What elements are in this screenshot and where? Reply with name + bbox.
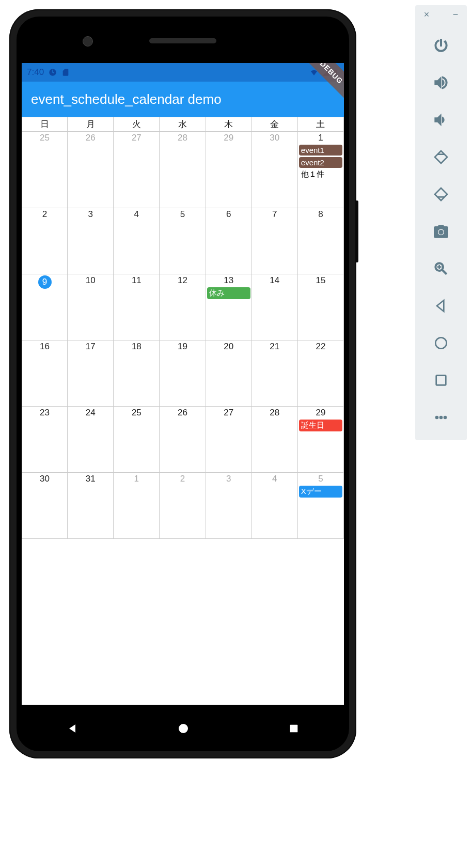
camera-dot (83, 36, 93, 47)
weekday-row: 日月火水木金土 (22, 117, 344, 132)
nav-overview-button[interactable] (288, 723, 300, 736)
day-number: 23 (22, 408, 67, 418)
day-cell[interactable]: 31 (68, 473, 114, 539)
day-number: 29 (206, 133, 251, 143)
day-number: 9 (38, 275, 52, 289)
day-number: 4 (252, 474, 297, 484)
emulator-minimize-button[interactable]: − (450, 9, 461, 20)
weekday-cell: 日 (22, 117, 68, 132)
weekday-cell: 木 (206, 117, 252, 132)
day-cell[interactable]: 23 (22, 407, 68, 473)
day-cell[interactable]: 3 (68, 208, 114, 274)
event-pill[interactable]: event1 (299, 145, 342, 156)
day-cell[interactable]: 17 (68, 340, 114, 407)
week-row: 303112345Xデー (22, 473, 344, 539)
more-events-label[interactable]: 他１件 (299, 169, 342, 179)
sd-card-icon (61, 68, 70, 76)
event-pill[interactable]: 誕生日 (299, 420, 342, 431)
day-number: 14 (252, 275, 297, 286)
day-cell[interactable]: 18 (114, 340, 160, 407)
day-cell[interactable]: 26 (160, 407, 206, 473)
rotate-right-icon[interactable] (429, 182, 453, 207)
week-row: 910111213休み1415 (22, 274, 344, 340)
day-cell[interactable]: 4 (252, 473, 298, 539)
day-cell[interactable]: 16 (22, 340, 68, 407)
day-number: 12 (160, 275, 205, 286)
day-number: 2 (160, 474, 205, 484)
day-number: 6 (206, 209, 251, 220)
day-cell[interactable]: 15 (298, 274, 344, 340)
day-cell[interactable]: 30 (22, 473, 68, 539)
day-cell[interactable]: 20 (206, 340, 252, 407)
day-cell[interactable]: 27 (206, 407, 252, 473)
day-cell[interactable]: 11 (114, 274, 160, 340)
day-number: 11 (114, 275, 159, 286)
day-cell[interactable]: 26 (68, 132, 114, 208)
day-cell[interactable]: 29 (206, 132, 252, 208)
home-icon[interactable] (429, 331, 453, 355)
volume-down-icon[interactable] (429, 107, 453, 132)
day-cell[interactable]: 6 (206, 208, 252, 274)
day-number: 21 (252, 342, 297, 352)
calendar: 日月火水木金土 2526272829301event1event2他１件2345… (22, 117, 344, 539)
day-number: 13 (206, 275, 251, 286)
week-row: 23242526272829誕生日 (22, 407, 344, 473)
event-pill[interactable]: event2 (299, 157, 342, 168)
day-cell[interactable]: 30 (252, 132, 298, 208)
svg-point-6 (179, 724, 188, 733)
back-icon[interactable] (429, 293, 453, 318)
day-number: 31 (68, 474, 113, 484)
rotate-left-icon[interactable] (429, 145, 453, 169)
day-cell[interactable]: 8 (298, 208, 344, 274)
day-cell[interactable]: 9 (22, 274, 68, 340)
day-cell[interactable]: 4 (114, 208, 160, 274)
screen: 7:40 event_schedule_calendar demo DEBUG … (22, 63, 344, 705)
event-pill[interactable]: Xデー (299, 486, 342, 498)
overview-icon[interactable] (429, 368, 453, 393)
day-cell[interactable]: 25 (22, 132, 68, 208)
day-cell[interactable]: 14 (252, 274, 298, 340)
more-icon[interactable] (429, 405, 453, 430)
svg-rect-1 (436, 376, 446, 385)
day-number: 19 (160, 342, 205, 352)
event-pill[interactable]: 休み (207, 287, 250, 299)
day-cell[interactable]: 19 (160, 340, 206, 407)
day-cell[interactable]: 7 (252, 208, 298, 274)
day-cell[interactable]: 10 (68, 274, 114, 340)
day-number: 28 (160, 133, 205, 143)
day-cell[interactable]: 1event1event2他１件 (298, 132, 344, 208)
emulator-toolbar: × − (415, 5, 467, 440)
power-icon[interactable] (429, 33, 453, 58)
day-cell[interactable]: 22 (298, 340, 344, 407)
day-cell[interactable]: 29誕生日 (298, 407, 344, 473)
day-cell[interactable]: 2 (160, 473, 206, 539)
day-cell[interactable]: 28 (252, 407, 298, 473)
day-number: 3 (68, 209, 113, 220)
zoom-in-icon[interactable] (429, 256, 453, 281)
day-cell[interactable]: 27 (114, 132, 160, 208)
wifi-icon (309, 68, 319, 76)
day-cell[interactable]: 21 (252, 340, 298, 407)
day-cell[interactable]: 2 (22, 208, 68, 274)
day-number: 27 (114, 133, 159, 143)
camera-icon[interactable] (429, 219, 453, 244)
status-time: 7:40 (27, 67, 44, 78)
day-cell[interactable]: 25 (114, 407, 160, 473)
day-cell[interactable]: 5 (160, 208, 206, 274)
day-cell[interactable]: 3 (206, 473, 252, 539)
weekday-cell: 水 (160, 117, 206, 132)
day-cell[interactable]: 13休み (206, 274, 252, 340)
day-cell[interactable]: 5Xデー (298, 473, 344, 539)
weekday-cell: 金 (252, 117, 298, 132)
nav-home-button[interactable] (177, 722, 190, 737)
emulator-close-button[interactable]: × (421, 9, 432, 20)
day-number: 30 (22, 474, 67, 484)
volume-up-icon[interactable] (429, 70, 453, 95)
nav-back-button[interactable] (66, 722, 78, 737)
day-cell[interactable]: 28 (160, 132, 206, 208)
android-nav-bar (17, 717, 349, 742)
day-cell[interactable]: 1 (114, 473, 160, 539)
day-cell[interactable]: 24 (68, 407, 114, 473)
svg-point-0 (435, 337, 446, 348)
day-cell[interactable]: 12 (160, 274, 206, 340)
